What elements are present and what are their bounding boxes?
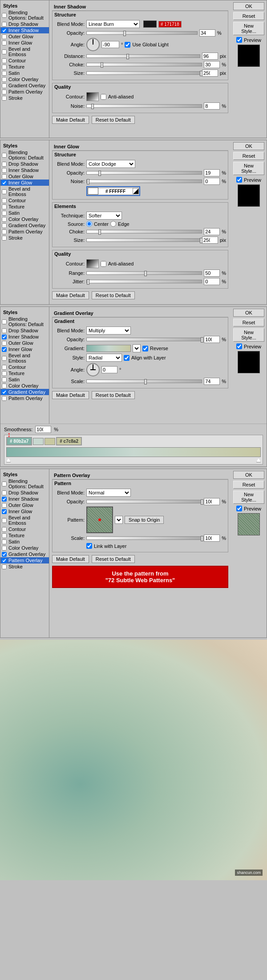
cb-innerglow-1[interactable] [2, 41, 7, 45]
sidebar-item-innerglow-3[interactable]: Inner Glow [0, 346, 49, 352]
opacity-slider-4[interactable] [86, 500, 202, 503]
reset-btn-2[interactable]: Reset [233, 152, 264, 160]
sidebar-item-texture-1[interactable]: Texture [0, 64, 49, 70]
sidebar-item-innershadow-3[interactable]: Inner Shadow [0, 334, 49, 340]
sidebar-item-coloroverlay-3[interactable]: Color Overlay [0, 383, 49, 389]
cb-contour-4[interactable] [2, 527, 7, 532]
color-badge-1[interactable]: # 171718 [158, 21, 182, 28]
make-default-btn-3[interactable]: Make Default [52, 391, 89, 399]
ok-btn-1[interactable]: OK [233, 2, 264, 10]
opacity-slider-1[interactable] [86, 31, 198, 35]
noise-slider-2s[interactable] [86, 180, 202, 183]
blend-mode-select-1[interactable]: Linear Burn [86, 20, 140, 28]
sidebar-item-gradientoverlay-2[interactable]: Gradient Overlay [0, 222, 49, 229]
cb-gradientoverlay-4[interactable] [2, 552, 7, 557]
sidebar-item-texture-3[interactable]: Texture [0, 370, 49, 376]
sidebar-item-blending-3[interactable]: Blending Options: Default [0, 316, 49, 327]
cb-texture-1[interactable] [2, 65, 7, 69]
sidebar-item-coloroverlay-1[interactable]: Color Overlay [0, 76, 49, 82]
cb-bevel-3[interactable] [2, 356, 7, 361]
scale-input-3[interactable] [204, 378, 220, 385]
sidebar-item-patternoverlay-4[interactable]: Pattern Overlay [0, 557, 49, 564]
opacity-input-1[interactable] [199, 29, 215, 37]
scale-slider-3[interactable] [86, 380, 202, 383]
opacity-input-4[interactable] [204, 498, 220, 505]
cb-satin-1[interactable] [2, 71, 7, 76]
choke-input-2[interactable] [204, 228, 220, 235]
cb-contour-3[interactable] [2, 365, 7, 370]
reset-btn-3[interactable]: Reset [233, 318, 264, 327]
jitter-input-2[interactable] [204, 278, 220, 285]
cb-innershadow-2[interactable] [2, 168, 7, 173]
make-default-btn-4[interactable]: Make Default [52, 555, 89, 563]
sidebar-item-texture-4[interactable]: Texture [0, 532, 49, 539]
sidebar-item-innershadow-4[interactable]: Inner Shadow [0, 496, 49, 502]
new-style-btn-1[interactable]: New Style... [233, 22, 264, 35]
reset-default-btn-4[interactable]: Reset to Default [92, 555, 135, 563]
new-style-btn-4[interactable]: New Style... [233, 490, 264, 504]
new-style-btn-2[interactable]: New Style... [233, 162, 264, 175]
cb-innerglow-3[interactable] [2, 347, 7, 352]
cb-innershadow-4[interactable] [2, 497, 7, 502]
cb-contour-2[interactable] [2, 198, 7, 203]
cb-texture-3[interactable] [2, 371, 7, 376]
cb-coloroverlay-2[interactable] [2, 217, 7, 222]
preview-cb-2[interactable] [236, 177, 242, 183]
cb-stroke-2[interactable] [2, 236, 7, 241]
cb-blending-3[interactable] [2, 319, 7, 324]
cb-outerglow-2[interactable] [2, 174, 7, 179]
blend-mode-select-3[interactable]: Multiply [86, 327, 131, 335]
cb-gradientoverlay-2[interactable] [2, 223, 7, 228]
cb-patternoverlay-3[interactable] [2, 396, 7, 401]
size-slider-2[interactable] [86, 238, 200, 242]
gradient-handle-right[interactable] [256, 458, 261, 462]
reset-default-btn-3[interactable]: Reset to Default [92, 391, 135, 399]
source-center-2[interactable] [86, 221, 92, 227]
sidebar-item-innerglow-2[interactable]: Inner Glow [0, 180, 49, 186]
cb-blending-2[interactable] [2, 153, 7, 158]
align-layer-cb-3[interactable] [124, 355, 129, 361]
size-input-1[interactable] [202, 69, 218, 77]
cb-gradientoverlay-1[interactable] [2, 83, 7, 88]
noise-input-2s[interactable] [204, 178, 220, 185]
color-swatch-1[interactable] [143, 20, 157, 28]
angle-input-3[interactable] [101, 366, 117, 373]
cb-blending-4[interactable] [2, 482, 7, 486]
cb-stroke-4[interactable] [2, 564, 7, 569]
sidebar-item-satin-2[interactable]: Satin [0, 210, 49, 216]
opacity-slider-3[interactable] [86, 338, 202, 341]
contour-preview-2[interactable] [86, 259, 99, 268]
gradient-bar-3[interactable] [86, 345, 131, 352]
cb-innerglow-2[interactable] [2, 180, 7, 185]
sidebar-item-patternoverlay-1[interactable]: Pattern Overlay [0, 89, 49, 95]
cb-outerglow-3[interactable] [2, 341, 7, 346]
cb-dropshadow-3[interactable] [2, 328, 7, 333]
cb-coloroverlay-1[interactable] [2, 77, 7, 82]
cb-contour-1[interactable] [2, 58, 7, 63]
sidebar-item-stroke-4[interactable]: Stroke [0, 564, 49, 570]
cb-dropshadow-2[interactable] [2, 162, 7, 167]
sidebar-item-gradientoverlay-1[interactable]: Gradient Overlay [0, 82, 49, 89]
sidebar-item-bevel-1[interactable]: Bevel and Emboss [0, 46, 49, 57]
choke-slider-2[interactable] [86, 230, 202, 233]
sidebar-item-contour-1[interactable]: Contour [0, 57, 49, 64]
range-input-2[interactable] [204, 270, 220, 277]
cb-bevel-2[interactable] [2, 189, 7, 194]
cb-coloroverlay-3[interactable] [2, 384, 7, 388]
stop-swatch-2[interactable] [33, 438, 44, 445]
gradient-handle-left[interactable] [6, 458, 11, 462]
sidebar-item-blending-4[interactable]: Blending Options: Default [0, 478, 49, 490]
sidebar-item-coloroverlay-2[interactable]: Color Overlay [0, 216, 49, 222]
color-picker-arrow-2[interactable] [133, 188, 139, 194]
new-style-btn-3[interactable]: New Style... [233, 328, 264, 342]
size-input-2[interactable] [202, 237, 218, 244]
sidebar-item-contour-2[interactable]: Contour [0, 197, 49, 204]
stop-badge-4[interactable]: # c7c8a2 [56, 437, 82, 445]
preview-cb-4[interactable] [236, 506, 242, 511]
noise-slider-1[interactable] [86, 104, 202, 108]
size-slider-1[interactable] [86, 71, 200, 75]
sidebar-item-bevel-2[interactable]: Bevel and Emboss [0, 186, 49, 197]
sidebar-item-gradientoverlay-3[interactable]: Gradient Overlay [0, 389, 49, 395]
anti-aliased-cb-2[interactable] [101, 261, 106, 267]
sidebar-item-innershadow-1[interactable]: Inner Shadow [0, 27, 49, 33]
